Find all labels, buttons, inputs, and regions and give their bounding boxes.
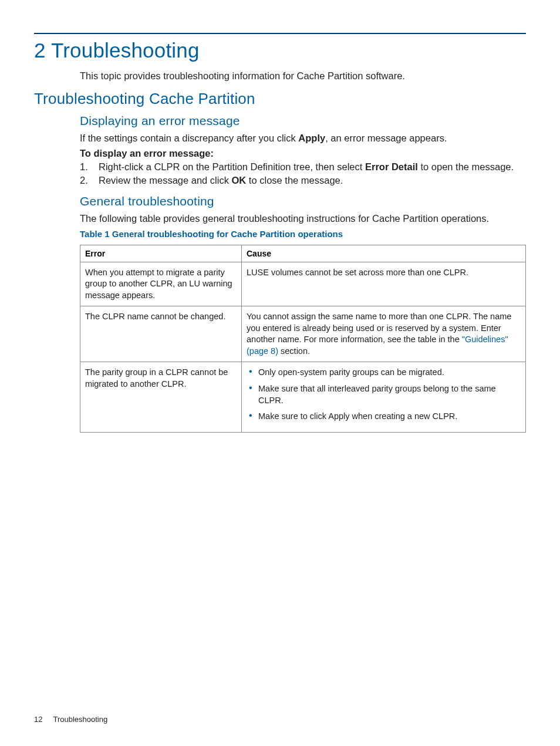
table-row: The parity group in a CLPR cannot be mig… [80, 362, 526, 432]
table-cell-error: The CLPR name cannot be changed. [80, 306, 242, 362]
text-run: Right-click a CLPR on the Partition Defi… [99, 161, 365, 172]
top-rule [34, 33, 526, 34]
table-header-row: Error Cause [80, 245, 526, 262]
text-run: , an error message appears. [325, 133, 447, 143]
table-cell-cause: You cannot assign the same name to more … [242, 306, 526, 362]
table-cell-cause: LUSE volumes cannot be set across more t… [242, 262, 526, 306]
bold-text: OK [232, 175, 247, 185]
footer-chapter: Troubleshooting [53, 715, 107, 724]
table-row: The CLPR name cannot be changed. You can… [80, 306, 526, 362]
text-run: to open the message. [418, 161, 514, 172]
table-header-error: Error [80, 245, 242, 262]
bold-text: Error Detail [365, 161, 418, 172]
section-heading: Troubleshooting Cache Partition [34, 90, 526, 108]
list-text: Review the message and click OK to close… [99, 175, 526, 186]
bold-text: To display an error message: [80, 148, 214, 158]
list-number: 2. [80, 175, 99, 186]
list-number: 1. [80, 161, 99, 173]
bold-text: Apply [298, 133, 325, 143]
table-row: When you attempt to migrate a parity gro… [80, 262, 526, 306]
page-number: 12 [34, 715, 42, 724]
list-item: 2. Review the message and click OK to cl… [80, 175, 526, 186]
chapter-heading: 2 Troubleshooting [34, 39, 526, 62]
bullet-list: Only open-system parity groups can be mi… [247, 367, 521, 422]
procedure-lead: To display an error message: [80, 148, 526, 159]
text-run: Review the message and click [99, 175, 232, 185]
ordered-list: 1. Right-click a CLPR on the Partition D… [80, 161, 526, 186]
table-cell-cause: Only open-system parity groups can be mi… [242, 362, 526, 432]
list-text: Right-click a CLPR on the Partition Defi… [99, 161, 526, 173]
page-footer: 12Troubleshooting [34, 715, 107, 724]
text-run: section. [278, 346, 310, 356]
bullet-item: Make sure that all interleaved parity gr… [249, 383, 521, 406]
bullet-item: Make sure to click Apply when creating a… [249, 411, 521, 423]
body-paragraph: The following table provides general tro… [80, 212, 526, 225]
troubleshooting-table: Error Cause When you attempt to migrate … [80, 245, 526, 433]
table-caption: Table 1 General troubleshooting for Cach… [80, 229, 526, 239]
text-run: If the settings contain a discrepancy af… [80, 133, 298, 143]
list-item: 1. Right-click a CLPR on the Partition D… [80, 161, 526, 173]
table-cell-error: The parity group in a CLPR cannot be mig… [80, 362, 242, 432]
intro-text: This topic provides troubleshooting info… [80, 70, 526, 82]
table-cell-error: When you attempt to migrate a parity gro… [80, 262, 242, 306]
table-header-cause: Cause [242, 245, 526, 262]
bullet-item: Only open-system parity groups can be mi… [249, 367, 521, 379]
subsection-heading-display-error: Displaying an error message [80, 114, 526, 128]
subsection-heading-general: General troubleshooting [80, 194, 526, 208]
body-paragraph: If the settings contain a discrepancy af… [80, 131, 526, 144]
text-run: to close the message. [246, 175, 343, 185]
